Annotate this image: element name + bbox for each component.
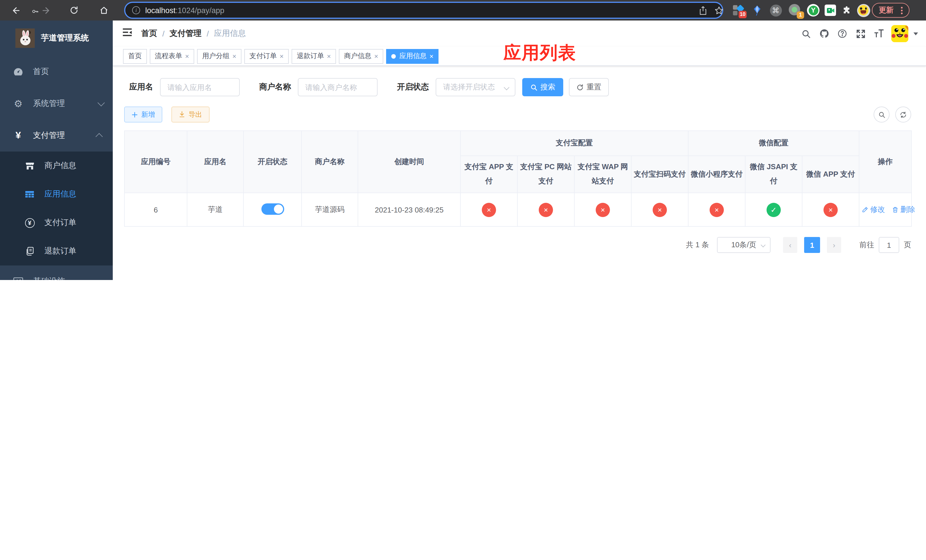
extension-emoji-icon[interactable] <box>856 3 870 17</box>
reload-icon[interactable] <box>67 3 81 17</box>
app-name-input[interactable] <box>160 78 240 96</box>
app-name-label: 应用名 <box>129 82 153 92</box>
sidebar-item-pay-order[interactable]: ¥ 支付订单 <box>0 209 113 237</box>
help-icon[interactable] <box>833 29 851 39</box>
download-icon <box>179 111 185 118</box>
sidebar-item-label: 首页 <box>33 67 49 77</box>
sidebar-item-home[interactable]: 首页 <box>0 56 113 88</box>
sidebar-item-app-info[interactable]: 应用信息 <box>0 180 113 209</box>
cell-created: 2021-10-23 08:49:25 <box>358 193 460 227</box>
page-annotation: 应用列表 <box>504 41 576 65</box>
collapse-sidebar-icon[interactable] <box>123 28 132 39</box>
fullscreen-icon[interactable] <box>851 29 870 38</box>
col-header-id: 应用编号 <box>124 131 187 193</box>
extension-tasks-icon[interactable]: 10 <box>731 3 745 17</box>
sidebar-item-label: 支付管理 <box>33 130 65 141</box>
sidebar-item-infrastructure[interactable]: 基础设施 <box>0 265 113 280</box>
extension-meeting-icon[interactable] <box>823 3 837 17</box>
goto-label: 前往 <box>859 240 874 250</box>
home-icon[interactable] <box>97 3 110 17</box>
font-size-icon[interactable] <box>870 29 888 38</box>
delete-link[interactable]: 删除 <box>892 204 915 215</box>
tab-home[interactable]: 首页 <box>123 49 147 64</box>
close-icon[interactable]: × <box>185 53 189 59</box>
chevron-down-icon <box>98 99 105 106</box>
extension-recorder-icon[interactable]: 1 <box>788 3 802 17</box>
header-icons <box>797 21 918 47</box>
extension-y-icon[interactable]: Y <box>806 3 820 17</box>
reset-button[interactable]: 重置 <box>569 78 609 96</box>
tab-merchant-info[interactable]: 商户信息× <box>339 49 383 64</box>
enable-toggle[interactable] <box>261 203 284 215</box>
status-icon: ✓ <box>767 203 781 217</box>
browser-update-button[interactable]: 更新 <box>872 3 909 18</box>
search-icon[interactable] <box>797 29 815 38</box>
close-icon[interactable]: × <box>374 53 378 59</box>
tab-app-info[interactable]: 应用信息× <box>386 49 439 64</box>
tab-user-group[interactable]: 用户分组× <box>197 49 242 64</box>
bookmark-star-icon[interactable] <box>712 3 726 17</box>
yen-circle-icon: ¥ <box>23 218 36 228</box>
cell-alipay-pc: × <box>517 193 574 227</box>
browser-menu-icon[interactable] <box>901 9 903 11</box>
logo-row[interactable]: 芋道管理系统 <box>0 21 113 56</box>
tab-process-form[interactable]: 流程表单× <box>150 49 194 64</box>
pagination: 共 1 条 10条/页 ‹ 1 › 前往 页 <box>124 237 911 253</box>
share-icon[interactable] <box>696 3 710 17</box>
extensions-puzzle-icon[interactable] <box>840 3 853 17</box>
status-icon: × <box>596 203 610 217</box>
cell-alipay-wap: × <box>574 193 631 227</box>
goto-page-input[interactable] <box>879 237 899 253</box>
monitor-chart-icon <box>11 277 25 280</box>
close-icon[interactable]: × <box>280 53 284 59</box>
sidebar-item-payment[interactable]: ¥ 支付管理 <box>0 120 113 151</box>
cell-wx-mini: × <box>688 193 745 227</box>
col-header-alipay-wap: 支付宝 WAP 网站支付 <box>574 156 631 193</box>
next-page-button[interactable]: › <box>827 237 841 253</box>
back-icon[interactable] <box>9 3 23 17</box>
url-text[interactable]: localhost:1024/pay/app <box>145 6 224 15</box>
breadcrumb-home[interactable]: 首页 <box>141 29 157 39</box>
page-info-icon[interactable]: i <box>132 6 140 14</box>
status-icon: × <box>482 203 496 217</box>
merchant-name-input[interactable] <box>298 78 378 96</box>
col-header-alipay-pc: 支付宝 PC 网站支付 <box>517 156 574 193</box>
sidebar-item-refund-order[interactable]: 退款订单 <box>0 237 113 265</box>
cell-id: 6 <box>124 193 187 227</box>
cell-merchant: 芋道源码 <box>301 193 358 227</box>
export-button[interactable]: 导出 <box>171 106 210 123</box>
breadcrumb-pay[interactable]: 支付管理 <box>170 29 201 39</box>
screen: i localhost:1024/pay/app 10 ⌘ <box>0 0 926 280</box>
url-bar[interactable]: i localhost:1024/pay/app <box>124 2 723 19</box>
prev-page-button[interactable]: ‹ <box>783 237 797 253</box>
page-number-1[interactable]: 1 <box>804 237 820 253</box>
col-header-merchant: 商户名称 <box>301 131 358 193</box>
tab-pay-order[interactable]: 支付订单× <box>244 49 289 64</box>
add-button[interactable]: 新增 <box>124 106 162 123</box>
user-avatar[interactable] <box>891 25 908 42</box>
sidebar-item-system[interactable]: ⚙ 系统管理 <box>0 88 113 120</box>
sidebar-item-merchant-info[interactable]: 商户信息 <box>0 151 113 180</box>
extension-command-icon[interactable]: ⌘ <box>769 3 782 17</box>
cell-actions: 修改 删除 <box>859 193 911 227</box>
status-select[interactable]: 请选择开启状态 <box>436 78 515 96</box>
close-icon[interactable]: × <box>430 53 433 59</box>
tab-refund-order[interactable]: 退款订单× <box>292 49 336 64</box>
search-button[interactable]: 搜索 <box>522 78 563 96</box>
chevron-up-icon <box>95 133 103 140</box>
page-size-select[interactable]: 10条/页 <box>717 237 770 253</box>
cell-alipay-app: × <box>460 193 517 227</box>
edit-link[interactable]: 修改 <box>862 204 885 215</box>
github-icon[interactable] <box>815 29 833 39</box>
cell-wx-app: × <box>802 193 859 227</box>
extension-kite-icon[interactable] <box>750 3 764 17</box>
close-icon[interactable]: × <box>327 53 331 59</box>
sidebar-item-label: 应用信息 <box>44 189 76 200</box>
forward-icon[interactable] <box>39 3 52 17</box>
hide-search-icon[interactable] <box>874 106 890 123</box>
table-toolbar: 新增 导出 <box>124 106 911 123</box>
password-key-icon[interactable] <box>31 8 40 18</box>
close-icon[interactable]: × <box>232 53 236 59</box>
avatar-caret-icon[interactable] <box>914 32 918 35</box>
refresh-icon[interactable] <box>895 106 911 123</box>
